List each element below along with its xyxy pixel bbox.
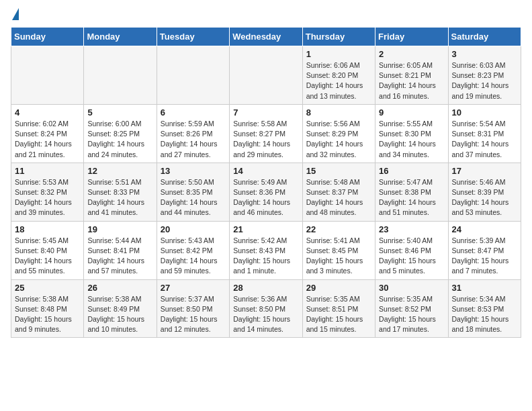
calendar-cell: 1Sunrise: 6:06 AMSunset: 8:20 PMDaylight…: [302, 46, 375, 105]
calendar-cell: 12Sunrise: 5:51 AMSunset: 8:33 PMDayligh…: [84, 163, 157, 221]
day-number: 17: [452, 166, 517, 176]
calendar-cell: 21Sunrise: 5:42 AMSunset: 8:43 PMDayligh…: [230, 221, 302, 279]
col-header-monday: Monday: [84, 28, 157, 46]
calendar-cell: 8Sunrise: 5:56 AMSunset: 8:29 PMDaylight…: [302, 104, 375, 163]
day-info: Sunrise: 5:49 AMSunset: 8:36 PMDaylight:…: [233, 177, 298, 218]
day-number: 2: [379, 49, 444, 59]
calendar-cell: 16Sunrise: 5:47 AMSunset: 8:38 PMDayligh…: [375, 163, 448, 221]
day-number: 10: [452, 107, 517, 118]
day-info: Sunrise: 5:44 AMSunset: 8:41 PMDaylight:…: [87, 236, 152, 277]
day-number: 28: [233, 283, 298, 293]
day-info: Sunrise: 6:00 AMSunset: 8:25 PMDaylight:…: [87, 119, 152, 160]
day-number: 8: [306, 107, 371, 118]
day-info: Sunrise: 5:35 AMSunset: 8:52 PMDaylight:…: [379, 294, 444, 335]
day-number: 27: [161, 283, 226, 293]
calendar-cell: 25Sunrise: 5:38 AMSunset: 8:48 PMDayligh…: [11, 279, 84, 338]
day-number: 14: [233, 166, 298, 176]
calendar-cell: 9Sunrise: 5:55 AMSunset: 8:30 PMDaylight…: [375, 104, 448, 163]
col-header-thursday: Thursday: [302, 28, 375, 46]
day-number: 1: [306, 49, 371, 59]
calendar-cell: 17Sunrise: 5:46 AMSunset: 8:39 PMDayligh…: [448, 163, 521, 221]
calendar-cell: 11Sunrise: 5:53 AMSunset: 8:32 PMDayligh…: [11, 163, 84, 221]
calendar-table: SundayMondayTuesdayWednesdayThursdayFrid…: [11, 27, 521, 338]
col-header-saturday: Saturday: [448, 28, 521, 46]
calendar-cell: 24Sunrise: 5:39 AMSunset: 8:47 PMDayligh…: [448, 221, 521, 279]
page-header: [11, 11, 521, 20]
day-number: 5: [87, 107, 152, 118]
calendar-week-row: 4Sunrise: 6:02 AMSunset: 8:24 PMDaylight…: [11, 104, 521, 163]
day-number: 13: [161, 166, 226, 176]
day-number: 22: [306, 224, 371, 234]
calendar-cell: 13Sunrise: 5:50 AMSunset: 8:35 PMDayligh…: [157, 163, 229, 221]
day-info: Sunrise: 5:38 AMSunset: 8:49 PMDaylight:…: [87, 294, 152, 335]
day-info: Sunrise: 5:43 AMSunset: 8:42 PMDaylight:…: [161, 236, 226, 277]
day-info: Sunrise: 5:51 AMSunset: 8:33 PMDaylight:…: [87, 177, 152, 218]
logo: [11, 11, 19, 20]
day-info: Sunrise: 6:03 AMSunset: 8:23 PMDaylight:…: [452, 60, 517, 101]
calendar-cell: 18Sunrise: 5:45 AMSunset: 8:40 PMDayligh…: [11, 221, 84, 279]
day-number: 21: [233, 224, 298, 234]
col-header-tuesday: Tuesday: [157, 28, 229, 46]
day-number: 23: [379, 224, 444, 234]
calendar-cell: 29Sunrise: 5:35 AMSunset: 8:51 PMDayligh…: [302, 279, 375, 338]
calendar-cell: 19Sunrise: 5:44 AMSunset: 8:41 PMDayligh…: [84, 221, 157, 279]
col-header-friday: Friday: [375, 28, 448, 46]
day-info: Sunrise: 5:48 AMSunset: 8:37 PMDaylight:…: [306, 177, 371, 218]
calendar-cell: 20Sunrise: 5:43 AMSunset: 8:42 PMDayligh…: [157, 221, 229, 279]
day-info: Sunrise: 5:50 AMSunset: 8:35 PMDaylight:…: [161, 177, 226, 218]
day-info: Sunrise: 5:41 AMSunset: 8:45 PMDaylight:…: [306, 236, 371, 277]
day-number: 29: [306, 283, 371, 293]
day-info: Sunrise: 5:46 AMSunset: 8:39 PMDaylight:…: [452, 177, 517, 218]
calendar-cell: 6Sunrise: 5:59 AMSunset: 8:26 PMDaylight…: [157, 104, 229, 163]
logo-triangle-icon: [12, 8, 19, 20]
day-info: Sunrise: 5:35 AMSunset: 8:51 PMDaylight:…: [306, 294, 371, 335]
col-header-sunday: Sunday: [11, 28, 84, 46]
calendar-cell: 10Sunrise: 5:54 AMSunset: 8:31 PMDayligh…: [448, 104, 521, 163]
calendar-cell: 5Sunrise: 6:00 AMSunset: 8:25 PMDaylight…: [84, 104, 157, 163]
col-header-wednesday: Wednesday: [230, 28, 302, 46]
calendar-week-row: 1Sunrise: 6:06 AMSunset: 8:20 PMDaylight…: [11, 46, 521, 105]
calendar-cell: [84, 46, 157, 105]
day-info: Sunrise: 5:34 AMSunset: 8:53 PMDaylight:…: [452, 294, 517, 335]
day-number: 16: [379, 166, 444, 176]
calendar-cell: [11, 46, 84, 105]
day-number: 15: [306, 166, 371, 176]
calendar-cell: 4Sunrise: 6:02 AMSunset: 8:24 PMDaylight…: [11, 104, 84, 163]
day-info: Sunrise: 6:06 AMSunset: 8:20 PMDaylight:…: [306, 60, 371, 101]
calendar-cell: 27Sunrise: 5:37 AMSunset: 8:50 PMDayligh…: [157, 279, 229, 338]
day-info: Sunrise: 5:36 AMSunset: 8:50 PMDaylight:…: [233, 294, 298, 335]
calendar-cell: 2Sunrise: 6:05 AMSunset: 8:21 PMDaylight…: [375, 46, 448, 105]
day-info: Sunrise: 5:58 AMSunset: 8:27 PMDaylight:…: [233, 119, 298, 160]
day-number: 6: [161, 107, 226, 118]
day-number: 18: [15, 224, 80, 234]
calendar-cell: 14Sunrise: 5:49 AMSunset: 8:36 PMDayligh…: [230, 163, 302, 221]
calendar-cell: 26Sunrise: 5:38 AMSunset: 8:49 PMDayligh…: [84, 279, 157, 338]
day-number: 20: [161, 224, 226, 234]
calendar-cell: 22Sunrise: 5:41 AMSunset: 8:45 PMDayligh…: [302, 221, 375, 279]
calendar-cell: 15Sunrise: 5:48 AMSunset: 8:37 PMDayligh…: [302, 163, 375, 221]
day-number: 4: [15, 107, 80, 118]
day-info: Sunrise: 6:05 AMSunset: 8:21 PMDaylight:…: [379, 60, 444, 101]
calendar-week-row: 18Sunrise: 5:45 AMSunset: 8:40 PMDayligh…: [11, 221, 521, 279]
day-info: Sunrise: 5:42 AMSunset: 8:43 PMDaylight:…: [233, 236, 298, 277]
calendar-week-row: 25Sunrise: 5:38 AMSunset: 8:48 PMDayligh…: [11, 279, 521, 338]
calendar-cell: [157, 46, 229, 105]
day-number: 9: [379, 107, 444, 118]
day-number: 19: [87, 224, 152, 234]
day-info: Sunrise: 5:38 AMSunset: 8:48 PMDaylight:…: [15, 294, 80, 335]
day-info: Sunrise: 5:53 AMSunset: 8:32 PMDaylight:…: [15, 177, 80, 218]
day-info: Sunrise: 5:55 AMSunset: 8:30 PMDaylight:…: [379, 119, 444, 160]
day-info: Sunrise: 5:39 AMSunset: 8:47 PMDaylight:…: [452, 236, 517, 277]
calendar-cell: 3Sunrise: 6:03 AMSunset: 8:23 PMDaylight…: [448, 46, 521, 105]
calendar-cell: 7Sunrise: 5:58 AMSunset: 8:27 PMDaylight…: [230, 104, 302, 163]
day-info: Sunrise: 5:59 AMSunset: 8:26 PMDaylight:…: [161, 119, 226, 160]
day-number: 7: [233, 107, 298, 118]
day-number: 3: [452, 49, 517, 59]
day-number: 12: [87, 166, 152, 176]
calendar-header-row: SundayMondayTuesdayWednesdayThursdayFrid…: [11, 28, 521, 46]
calendar-cell: 28Sunrise: 5:36 AMSunset: 8:50 PMDayligh…: [230, 279, 302, 338]
day-info: Sunrise: 5:54 AMSunset: 8:31 PMDaylight:…: [452, 119, 517, 160]
day-number: 26: [87, 283, 152, 293]
day-info: Sunrise: 5:40 AMSunset: 8:46 PMDaylight:…: [379, 236, 444, 277]
calendar-cell: [230, 46, 302, 105]
